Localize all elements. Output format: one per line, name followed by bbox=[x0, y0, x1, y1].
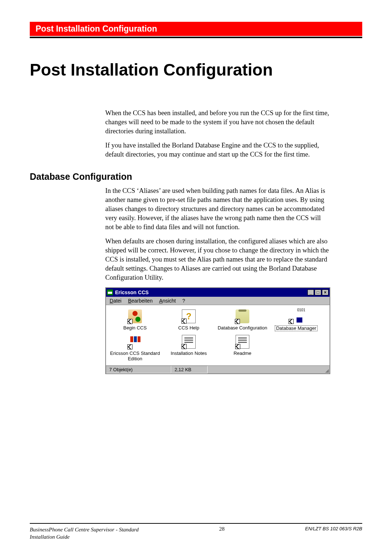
menu-bar: Datei Bearbeiten Ansicht ? bbox=[106, 297, 330, 305]
footer-doc-id: EN/LZT BS 102 063/S R2B bbox=[305, 526, 362, 531]
shortcut-overlay-icon bbox=[181, 319, 187, 324]
ericsson-ccs-icon bbox=[128, 335, 142, 349]
intro-para-1: When the CCS has been installed, and bef… bbox=[105, 109, 330, 136]
shortcut-readme[interactable]: Readme bbox=[217, 335, 268, 362]
chapter-title: Post Installation Configuration bbox=[30, 60, 362, 80]
menu-datei[interactable]: Datei bbox=[110, 298, 122, 304]
shortcut-overlay-icon bbox=[235, 344, 240, 349]
menu-ansicht[interactable]: Ansicht bbox=[159, 298, 176, 304]
section-database-configuration: Database Configuration bbox=[30, 171, 362, 182]
database-manager-icon bbox=[289, 309, 303, 323]
shortcut-database-manager[interactable]: Database Manager bbox=[271, 309, 322, 332]
shortcut-database-configuration[interactable]: Database Configuration bbox=[217, 309, 268, 332]
page-number: 28 bbox=[219, 526, 225, 532]
page-footer: BusinessPhone Call Centre Supervisor - S… bbox=[30, 523, 362, 541]
footer-doc-title: BusinessPhone Call Centre Supervisor - S… bbox=[30, 526, 139, 533]
menu-help[interactable]: ? bbox=[182, 298, 185, 304]
readme-label: Readme bbox=[233, 351, 251, 356]
window-titlebar[interactable]: Ericsson CCS _ □ × bbox=[106, 288, 330, 297]
shortcut-overlay-icon bbox=[181, 344, 187, 349]
begin-ccs-label: Begin CCS bbox=[123, 325, 147, 331]
shortcut-ccs-help[interactable]: CCS Help bbox=[163, 309, 214, 332]
banner-rule bbox=[30, 37, 362, 38]
footer-rule bbox=[30, 523, 362, 524]
db-para-2: When defaults are chosen during installa… bbox=[105, 237, 330, 282]
shortcut-overlay-icon bbox=[235, 319, 240, 324]
shortcut-begin-ccs[interactable]: Begin CCS bbox=[110, 309, 160, 332]
database-configuration-label: Database Configuration bbox=[218, 325, 268, 331]
shortcut-installation-notes[interactable]: Installation Notes bbox=[163, 335, 214, 362]
ericsson-ccs-window: Ericsson CCS _ □ × Datei Bearbeiten Ansi… bbox=[105, 287, 330, 374]
status-bar: 7 Objekt(e) 2,12 KB bbox=[106, 365, 330, 373]
ccs-help-icon bbox=[182, 309, 196, 323]
window-icon bbox=[107, 289, 113, 295]
close-button[interactable]: × bbox=[322, 289, 328, 295]
status-object-count: 7 Objekt(e) bbox=[106, 366, 171, 373]
resize-grip-icon[interactable] bbox=[323, 366, 330, 373]
installation-notes-label: Installation Notes bbox=[171, 351, 207, 356]
readme-icon bbox=[236, 335, 249, 349]
database-configuration-icon bbox=[236, 309, 249, 323]
folder-content-area: Begin CCS CCS Help Database Configuratio… bbox=[106, 305, 330, 366]
begin-ccs-icon bbox=[128, 309, 142, 323]
db-para-1: In the CCS ‘Aliases’ are used when build… bbox=[105, 186, 330, 232]
shortcut-overlay-icon bbox=[289, 319, 294, 324]
intro-para-2: If you have installed the Borland Databa… bbox=[105, 141, 330, 159]
menu-bearbeiten[interactable]: Bearbeiten bbox=[128, 298, 153, 304]
shortcut-ericsson-ccs-standard[interactable]: Ericsson CCS Standard Edition bbox=[110, 335, 160, 362]
shortcut-overlay-icon bbox=[127, 344, 132, 349]
window-title: Ericsson CCS bbox=[115, 289, 149, 295]
chapter-banner: Post Installation Configuration bbox=[30, 22, 362, 36]
shortcut-overlay-icon bbox=[127, 319, 132, 324]
maximize-button[interactable]: □ bbox=[315, 289, 321, 295]
ericsson-ccs-label: Ericsson CCS Standard Edition bbox=[110, 351, 160, 362]
footer-doc-subtitle: Installation Guide bbox=[30, 533, 139, 540]
ccs-help-label: CCS Help bbox=[178, 325, 199, 331]
minimize-button[interactable]: _ bbox=[307, 289, 314, 295]
status-size: 2,12 KB bbox=[171, 366, 208, 373]
database-manager-label: Database Manager bbox=[275, 325, 318, 332]
installation-notes-icon bbox=[182, 335, 196, 349]
